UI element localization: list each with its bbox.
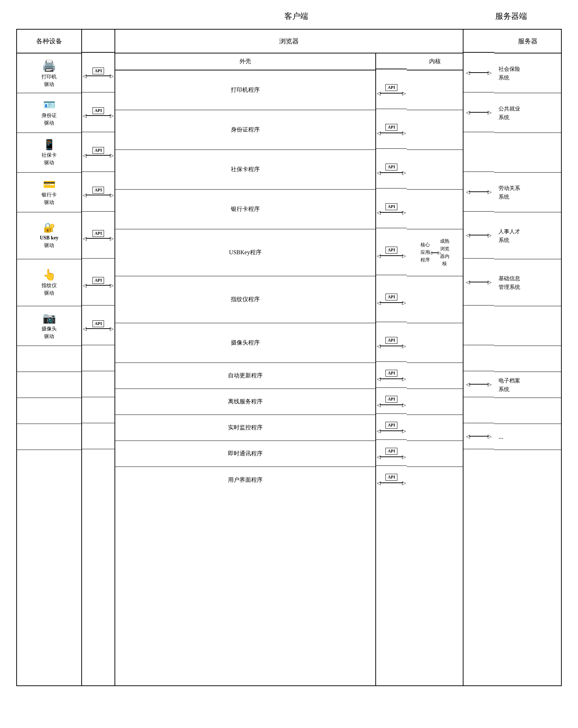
api-left-empty-8 bbox=[82, 345, 115, 371]
api-mid-arrow-11: ◁ ▷ bbox=[380, 456, 403, 457]
core-row-5: 核心 应用 程序 ◁ ▷ 成熟 浏览 器内 核 bbox=[407, 229, 463, 276]
device-row-1: 🖨️ 打印机驱动 bbox=[17, 53, 81, 93]
core-row-7 bbox=[407, 323, 463, 363]
col-browser: 浏览器 外壳 打印机程序 身份证程序 社保卡程序 银行卡程序 USBKey程序 … bbox=[115, 30, 463, 685]
api-right-row-12 bbox=[463, 449, 494, 475]
server-row-9: 电子档案系统 bbox=[494, 372, 561, 398]
api-mid-row-4: API ◁ ▷ bbox=[376, 188, 407, 228]
server-row-3 bbox=[494, 133, 561, 173]
browser-inner: 外壳 打印机程序 身份证程序 社保卡程序 银行卡程序 USBKey程序 指纹仪程… bbox=[115, 53, 463, 685]
core-row-2 bbox=[407, 110, 463, 150]
device-empty-10 bbox=[17, 398, 81, 424]
api-mid-badge-10: API bbox=[385, 422, 397, 429]
api-left-empty-12 bbox=[82, 449, 115, 475]
api-left-header-space bbox=[82, 30, 115, 53]
server-row-6: 基础信息管理系统 bbox=[494, 259, 561, 306]
core-row-4 bbox=[407, 190, 463, 229]
shell-row-8: 自动更新程序 bbox=[115, 363, 375, 389]
api-mid-badge-7: API bbox=[385, 337, 397, 344]
core-arrow-line: ◁ ▷ bbox=[431, 252, 439, 253]
id-card-label: 身份证驱动 bbox=[42, 112, 57, 127]
core-browser-label: 成熟 浏览 器内 核 bbox=[440, 238, 449, 268]
api-right-row-9: ◁ ▷ bbox=[463, 371, 494, 397]
api-mid-row-9: API ◁ ▷ bbox=[376, 388, 407, 414]
api-mid-body: API ◁ ▷ API ◁ ▷ bbox=[376, 69, 407, 685]
api-mid-badge-2: API bbox=[385, 124, 397, 131]
device-row-5: 🔐 USB key驱动 bbox=[17, 212, 81, 259]
api-mid-arrow-1: ◁ ▷ bbox=[380, 93, 403, 94]
api-right-row-2: ◁ ▷ bbox=[463, 92, 494, 132]
server-row-2: 公共就业系统 bbox=[494, 93, 561, 133]
usb-key-icon: 🔐 bbox=[43, 222, 55, 233]
core-row-1 bbox=[407, 70, 463, 110]
api-mid-badge-11: API bbox=[385, 448, 397, 455]
shell-row-7: 摄像头程序 bbox=[115, 323, 375, 363]
server-row-10 bbox=[494, 398, 561, 424]
api-mid-badge-1: API bbox=[385, 84, 397, 91]
arrow-line-7: ◁ ▷ bbox=[86, 328, 111, 329]
camera-icon: 📷 bbox=[43, 312, 56, 324]
shell-row-11: 即时通讯程序 bbox=[115, 441, 375, 467]
api-mid-badge-12: API bbox=[385, 474, 397, 481]
server-arrow-6: ◁ ▷ bbox=[469, 282, 489, 282]
browser-header: 浏览器 bbox=[115, 30, 463, 53]
social-card-label: 社保卡驱动 bbox=[42, 151, 57, 166]
client-header: 客户端 bbox=[110, 11, 482, 22]
server-arrow-2: ◁ ▷ bbox=[469, 112, 489, 113]
api-left-empty-11 bbox=[82, 423, 115, 449]
top-headers: 客户端 服务器端 bbox=[16, 11, 562, 22]
api-right-header-space bbox=[463, 30, 494, 53]
api-mid-row-8: API ◁ ▷ bbox=[376, 362, 407, 388]
api-badge-4: API bbox=[92, 187, 104, 194]
api-mid-badge-8: API bbox=[385, 370, 397, 377]
col-api-right: ◁ ▷ ◁ ▷ ◁ ▷ bbox=[463, 30, 494, 685]
usb-key-label: USB key驱动 bbox=[40, 234, 59, 249]
api-left-row-2: API ◁ ▷ bbox=[82, 92, 115, 132]
arrow-line-5: ◁ ▷ bbox=[86, 238, 111, 239]
server-header: 服务器端 bbox=[482, 11, 540, 22]
api-right-row-5: ◁ ▷ bbox=[463, 212, 494, 259]
api-left-row-1: API ◁ ▷ bbox=[82, 53, 115, 92]
server-row-11: ... bbox=[494, 424, 561, 450]
device-empty-8 bbox=[17, 346, 81, 372]
api-right-row-4: ◁ ▷ bbox=[463, 172, 494, 212]
arrow-line-4: ◁ ▷ bbox=[86, 195, 111, 195]
api-mid-badge-9: API bbox=[385, 396, 397, 403]
core-row-8 bbox=[407, 363, 463, 389]
devices-body: 🖨️ 打印机驱动 🪪 身份证驱动 📱 社保卡驱动 💳 银行卡驱动 bbox=[17, 53, 81, 685]
api-badge-5: API bbox=[92, 230, 104, 237]
core-row-9 bbox=[407, 389, 463, 415]
arrow-line-3: ◁ ▷ bbox=[86, 155, 111, 156]
api-left-empty-10 bbox=[82, 397, 115, 423]
api-mid-row-12: API ◁ ▷ bbox=[376, 466, 407, 492]
device-empty-12 bbox=[17, 450, 81, 476]
api-left-body: API ◁ ▷ API ◁ ▷ API bbox=[82, 53, 115, 685]
core-body: 核心 应用 程序 ◁ ▷ 成熟 浏览 器内 核 bbox=[407, 70, 463, 685]
arrow-line-1: ◁ ▷ bbox=[86, 75, 111, 76]
api-mid-row-1: API ◁ ▷ bbox=[376, 69, 407, 109]
camera-label: 摄像头驱动 bbox=[42, 325, 57, 340]
device-row-4: 💳 银行卡驱动 bbox=[17, 173, 81, 212]
col-devices: 各种设备 🖨️ 打印机驱动 🪪 身份证驱动 📱 社保卡驱动 bbox=[17, 30, 82, 685]
api-right-row-8 bbox=[463, 345, 494, 371]
server-arrow-11: ◁ ▷ bbox=[469, 436, 489, 437]
api-left-row-6: API ◁ ▷ bbox=[82, 259, 115, 306]
server-row-1: 社会保险系统 bbox=[494, 53, 561, 93]
main-container: 客户端 服务器端 各种设备 🖨️ 打印机驱动 🪪 身份证驱动 bbox=[9, 0, 569, 697]
device-empty-11 bbox=[17, 424, 81, 450]
api-mid-arrow-2: ◁ ▷ bbox=[380, 133, 403, 133]
server-arrow-9: ◁ ▷ bbox=[469, 384, 489, 385]
api-left-row-4: API ◁ ▷ bbox=[82, 172, 115, 212]
server-row-12 bbox=[494, 450, 561, 476]
server-arrow-4: ◁ ▷ bbox=[469, 191, 489, 192]
server-row-7 bbox=[494, 306, 561, 346]
api-mid-row-6: API ◁ ▷ bbox=[376, 275, 407, 322]
col-api-left: API ◁ ▷ API ◁ ▷ API bbox=[82, 30, 115, 685]
api-left-empty-9 bbox=[82, 371, 115, 397]
bank-card-icon: 💳 bbox=[43, 178, 56, 190]
api-mid-row-2: API ◁ ▷ bbox=[376, 109, 407, 149]
api-badge-3: API bbox=[92, 147, 104, 154]
fingerprint-icon: 👆 bbox=[43, 268, 56, 281]
api-right-row-6: ◁ ▷ bbox=[463, 259, 494, 306]
api-mid-arrow-3: ◁ ▷ bbox=[380, 172, 403, 173]
